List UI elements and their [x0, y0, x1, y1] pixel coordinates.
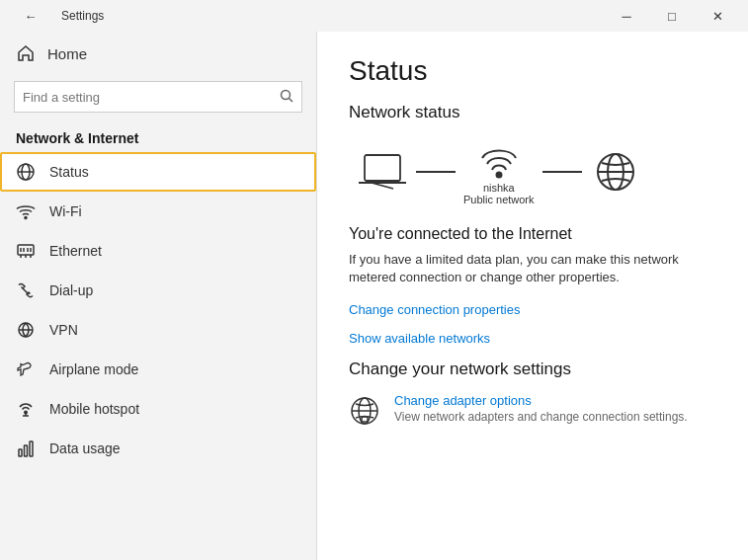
- sidebar-item-label-airplane: Airplane mode: [49, 361, 138, 377]
- svg-point-15: [25, 411, 27, 413]
- app-body: Home Network & Internet St: [0, 32, 748, 560]
- sidebar: Home Network & Internet St: [0, 32, 316, 560]
- settings-item-adapter: Change adapter options View network adap…: [349, 393, 716, 427]
- close-button[interactable]: ✕: [695, 0, 740, 32]
- home-label: Home: [47, 45, 87, 62]
- sidebar-item-airplane[interactable]: Airplane mode: [0, 350, 316, 389]
- page-title: Status: [349, 55, 716, 87]
- adapter-icon: [349, 395, 380, 427]
- titlebar-left: ← Settings: [8, 0, 104, 32]
- sidebar-item-data[interactable]: Data usage: [0, 429, 316, 468]
- settings-item-adapter-text: Change adapter options View network adap…: [394, 393, 688, 424]
- sidebar-item-label-status: Status: [49, 164, 89, 180]
- svg-point-24: [496, 173, 501, 178]
- svg-rect-19: [25, 445, 28, 456]
- main-panel: Status Network status: [317, 32, 748, 560]
- diagram-line-2: [542, 171, 582, 173]
- svg-rect-21: [365, 155, 400, 181]
- titlebar-controls: ─ □ ✕: [604, 0, 740, 32]
- titlebar: ← Settings ─ □ ✕: [0, 0, 748, 32]
- sidebar-item-label-hotspot: Mobile hotspot: [49, 401, 139, 417]
- minimize-button[interactable]: ─: [604, 0, 649, 32]
- sidebar-item-status[interactable]: Status: [0, 152, 316, 192]
- search-icon: [280, 89, 293, 106]
- network-status-heading: Network status: [349, 103, 716, 122]
- change-connection-link[interactable]: Change connection properties: [349, 302, 716, 317]
- network-type: Public network: [463, 194, 535, 205]
- search-box[interactable]: [14, 81, 302, 113]
- svg-point-5: [25, 217, 27, 219]
- sidebar-item-label-ethernet: Ethernet: [49, 243, 102, 259]
- diagram-line-1: [416, 171, 456, 173]
- svg-line-1: [290, 98, 293, 102]
- home-icon: [16, 43, 36, 63]
- connected-heading: You're connected to the Internet: [349, 225, 716, 243]
- sidebar-item-label-data: Data usage: [49, 440, 121, 456]
- svg-rect-20: [30, 441, 33, 456]
- hotspot-icon: [16, 399, 36, 419]
- data-icon: [16, 439, 36, 458]
- wifi-diagram-icon: nishka Public network: [463, 138, 535, 205]
- show-networks-link[interactable]: Show available networks: [349, 331, 716, 346]
- svg-point-0: [282, 90, 291, 99]
- sidebar-section-title: Network & Internet: [0, 122, 316, 152]
- laptop-diagram-icon: [357, 151, 408, 193]
- sidebar-item-dialup[interactable]: Dial-up: [0, 271, 316, 310]
- status-icon: [16, 162, 36, 182]
- sidebar-item-label-vpn: VPN: [49, 322, 78, 338]
- airplane-icon: [16, 360, 36, 379]
- svg-rect-18: [19, 449, 22, 456]
- ethernet-icon: [16, 241, 36, 261]
- maximize-button[interactable]: □: [649, 0, 695, 32]
- search-input[interactable]: [23, 90, 280, 105]
- sidebar-item-vpn[interactable]: VPN: [0, 310, 316, 350]
- sidebar-item-home[interactable]: Home: [0, 32, 316, 75]
- network-diagram: nishka Public network: [349, 138, 716, 205]
- sidebar-item-hotspot[interactable]: Mobile hotspot: [0, 389, 316, 429]
- globe-diagram-icon: [590, 151, 641, 193]
- wifi-icon: [16, 201, 36, 221]
- dialup-icon: [16, 280, 36, 300]
- sidebar-item-label-dialup: Dial-up: [49, 282, 93, 298]
- back-button[interactable]: ←: [8, 0, 53, 32]
- sidebar-item-label-wifi: Wi-Fi: [49, 203, 82, 219]
- connected-desc: If you have a limited data plan, you can…: [349, 251, 716, 286]
- titlebar-title: Settings: [61, 9, 104, 23]
- sidebar-item-wifi[interactable]: Wi-Fi: [0, 192, 316, 231]
- change-settings-heading: Change your network settings: [349, 360, 716, 379]
- vpn-icon: [16, 320, 36, 340]
- adapter-title[interactable]: Change adapter options: [394, 393, 688, 408]
- sidebar-item-ethernet[interactable]: Ethernet: [0, 231, 316, 271]
- svg-rect-31: [362, 417, 368, 422]
- network-name: nishka: [483, 182, 515, 194]
- adapter-desc: View network adapters and change connect…: [394, 410, 688, 424]
